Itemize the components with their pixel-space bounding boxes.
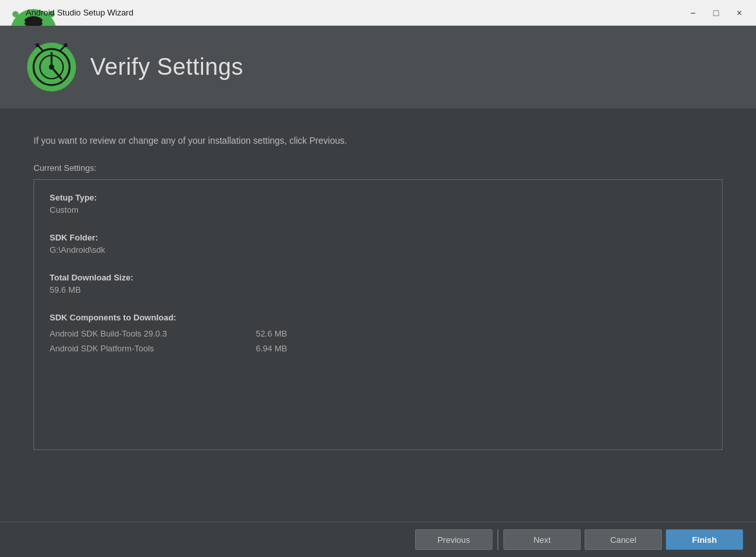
title-bar-text: Android Studio Setup Wizard	[26, 8, 684, 17]
sdk-folder-group: SDK Folder: G:\Android\sdk	[50, 233, 706, 255]
close-button[interactable]: ×	[730, 4, 748, 22]
finish-button[interactable]: Finish	[666, 529, 743, 550]
sdk-component-size: 52.6 MB	[256, 329, 287, 338]
title-bar-controls: − □ ×	[684, 4, 748, 22]
total-download-group: Total Download Size: 59.6 MB	[50, 273, 706, 295]
instruction-text: If you want to review or change any of y…	[34, 134, 722, 148]
sdk-folder-value: G:\Android\sdk	[50, 245, 706, 255]
sdk-components-label: SDK Components to Download:	[50, 313, 706, 322]
main-content: If you want to review or change any of y…	[0, 108, 756, 522]
list-item: Android SDK Platform-Tools6.94 MB	[50, 341, 706, 356]
cancel-button[interactable]: Cancel	[585, 529, 662, 550]
total-download-value: 59.6 MB	[50, 285, 706, 295]
logo-container	[26, 41, 77, 93]
setup-type-value: Custom	[50, 205, 706, 215]
sdk-component-name: Android SDK Build-Tools 29.0.3	[50, 329, 204, 338]
title-bar: A Android Studio Setup Wizard − □ ×	[0, 0, 756, 26]
app-icon: A	[8, 6, 21, 19]
svg-point-12	[49, 64, 54, 70]
sdk-components-table: Android SDK Build-Tools 29.0.352.6 MBAnd…	[50, 326, 706, 356]
setup-type-group: Setup Type: Custom	[50, 193, 706, 215]
sdk-folder-label: SDK Folder:	[50, 233, 706, 242]
total-download-label: Total Download Size:	[50, 273, 706, 282]
maximize-button[interactable]: □	[707, 4, 725, 22]
page-title: Verify Settings	[90, 54, 244, 81]
sdk-components-group: SDK Components to Download: Android SDK …	[50, 313, 706, 356]
list-item: Android SDK Build-Tools 29.0.352.6 MB	[50, 326, 706, 341]
setup-type-label: Setup Type:	[50, 193, 706, 202]
svg-point-16	[64, 43, 68, 47]
sdk-component-size: 6.94 MB	[256, 344, 287, 353]
previous-button[interactable]: Previous	[415, 529, 492, 550]
minimize-button[interactable]: −	[684, 4, 702, 22]
footer: Previous Next Cancel Finish	[0, 522, 756, 557]
settings-box: Setup Type: Custom SDK Folder: G:\Androi…	[34, 179, 722, 450]
current-settings-label: Current Settings:	[34, 163, 722, 173]
svg-point-15	[35, 43, 39, 47]
divider	[498, 529, 498, 550]
next-button[interactable]: Next	[503, 529, 581, 550]
header-section: Verify Settings	[0, 26, 756, 108]
svg-point-4	[12, 11, 19, 17]
sdk-component-name: Android SDK Platform-Tools	[50, 344, 204, 353]
